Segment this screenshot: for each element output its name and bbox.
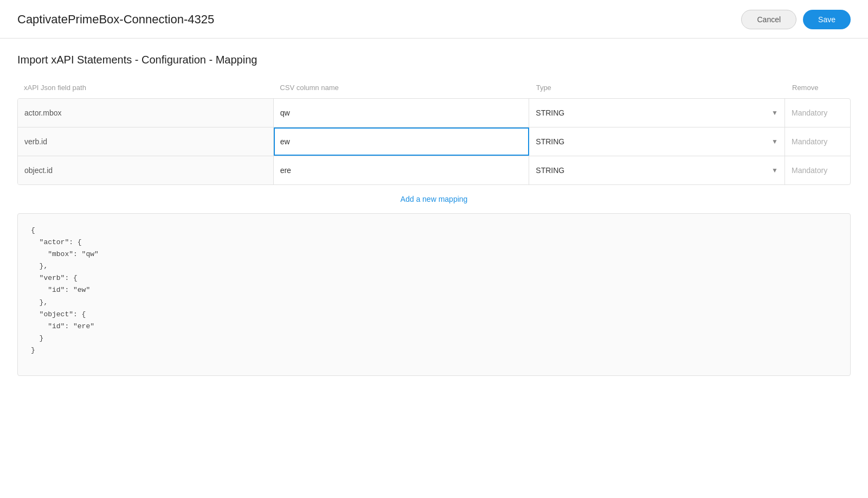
json-preview: { "actor": { "mbox": "qw" }, "verb": { "…: [17, 213, 851, 376]
mandatory-cell: Mandatory: [785, 156, 850, 184]
mandatory-label: Mandatory: [792, 137, 827, 146]
page-title: CaptivatePrimeBox-Connection-4325: [17, 12, 214, 27]
type-select[interactable]: STRING INTEGER FLOAT BOOLEAN: [536, 137, 778, 146]
col-header-field-path: xAPI Json field path: [17, 81, 273, 94]
mapping-table: actor.mbox STRING INTEGER FLOAT BOOLEAN …: [17, 98, 851, 185]
add-mapping-button[interactable]: Add a new mapping: [401, 195, 468, 203]
field-path-cell: actor.mbox: [18, 99, 274, 127]
field-path-cell: verb.id: [18, 127, 274, 156]
header-actions: Cancel Save: [741, 10, 851, 29]
mandatory-cell: Mandatory: [785, 99, 850, 127]
table-row: object.id STRING INTEGER FLOAT BOOLEAN ▼: [18, 156, 850, 184]
table-row: verb.id STRING INTEGER FLOAT BOOLEAN ▼: [18, 127, 850, 156]
type-select[interactable]: STRING INTEGER FLOAT BOOLEAN: [536, 166, 778, 175]
table-column-headers: xAPI Json field path CSV column name Typ…: [17, 81, 851, 98]
header: CaptivatePrimeBox-Connection-4325 Cancel…: [0, 0, 868, 39]
type-select-wrapper: STRING INTEGER FLOAT BOOLEAN ▼: [536, 137, 778, 146]
col-header-csv-column: CSV column name: [273, 81, 529, 94]
type-cell[interactable]: STRING INTEGER FLOAT BOOLEAN ▼: [529, 99, 785, 127]
page-wrapper: CaptivatePrimeBox-Connection-4325 Cancel…: [0, 0, 868, 498]
col-header-type: Type: [530, 81, 786, 94]
field-path-cell: object.id: [18, 156, 274, 184]
type-cell[interactable]: STRING INTEGER FLOAT BOOLEAN ▼: [529, 127, 785, 156]
col-header-remove: Remove: [786, 81, 851, 94]
csv-column-cell[interactable]: [274, 156, 530, 184]
table-row: actor.mbox STRING INTEGER FLOAT BOOLEAN …: [18, 99, 850, 127]
csv-column-input[interactable]: [280, 107, 523, 118]
page-subtitle: Import xAPI Statements - Configuration -…: [17, 54, 851, 66]
mandatory-cell: Mandatory: [785, 127, 850, 156]
type-select-wrapper: STRING INTEGER FLOAT BOOLEAN ▼: [536, 108, 778, 117]
mandatory-label: Mandatory: [792, 108, 827, 117]
csv-column-cell[interactable]: [274, 99, 530, 127]
content-area: Import xAPI Statements - Configuration -…: [0, 39, 868, 391]
field-path-value: object.id: [24, 166, 53, 175]
csv-column-input[interactable]: [280, 165, 523, 176]
mandatory-label: Mandatory: [792, 166, 827, 175]
csv-column-input-active[interactable]: [280, 136, 523, 147]
field-path-value: verb.id: [24, 137, 47, 146]
cancel-button[interactable]: Cancel: [741, 10, 796, 29]
add-mapping-row: Add a new mapping: [17, 195, 851, 203]
type-select-wrapper: STRING INTEGER FLOAT BOOLEAN ▼: [536, 166, 778, 175]
save-button[interactable]: Save: [803, 10, 851, 29]
csv-column-cell-active[interactable]: [274, 127, 530, 156]
type-cell[interactable]: STRING INTEGER FLOAT BOOLEAN ▼: [529, 156, 785, 184]
field-path-value: actor.mbox: [24, 108, 61, 117]
type-select[interactable]: STRING INTEGER FLOAT BOOLEAN: [536, 108, 778, 117]
